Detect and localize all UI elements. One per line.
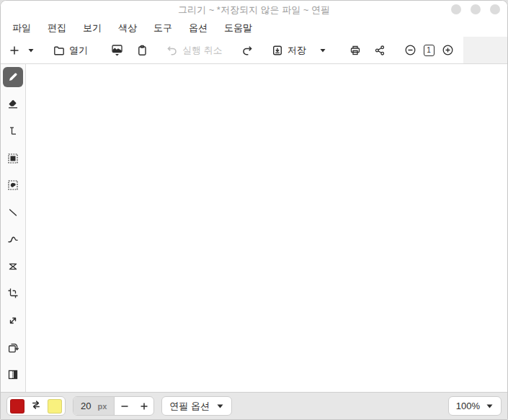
- chevron-down-icon: [486, 402, 494, 410]
- rotate-icon: [7, 342, 19, 354]
- share-icon: [374, 45, 386, 56]
- tool-rect-select[interactable]: [3, 148, 23, 169]
- chevron-down-icon: [319, 47, 326, 54]
- share-button[interactable]: [370, 40, 389, 61]
- print-button[interactable]: [346, 40, 365, 61]
- tool-eraser[interactable]: [3, 94, 23, 115]
- menu-options[interactable]: 옵션: [183, 20, 213, 36]
- tool-rotate[interactable]: [3, 338, 23, 358]
- free-select-icon: [7, 179, 19, 191]
- window-button-3[interactable]: [490, 4, 500, 14]
- tool-options-dropdown[interactable]: 연필 옵션: [161, 396, 232, 416]
- undo-icon: [166, 45, 178, 56]
- tool-insert-text[interactable]: [3, 121, 23, 141]
- zoom-value: 100%: [456, 401, 480, 411]
- drawing-app-window: 그리기 ~ *저장되지 않은 파일 ~ 연필 파일 편집 보기 색상 도구 옵션…: [0, 0, 508, 420]
- undo-label: 실행 취소: [182, 44, 223, 57]
- folder-icon: [53, 45, 65, 56]
- color-chooser: [6, 396, 66, 416]
- tools-sidebar: [1, 64, 26, 392]
- save-icon: [272, 45, 283, 56]
- menu-help[interactable]: 도움말: [218, 20, 258, 36]
- toolbar-filler: [463, 37, 507, 63]
- menu-tools[interactable]: 도구: [148, 20, 178, 36]
- save-dropdown[interactable]: [316, 40, 330, 61]
- main-color-swatch[interactable]: [10, 399, 24, 414]
- new-image-button[interactable]: [5, 40, 24, 61]
- tool-line[interactable]: [3, 202, 23, 223]
- open-label: 열기: [69, 44, 88, 57]
- zoom-out-button[interactable]: [401, 40, 420, 61]
- swap-colors-button[interactable]: [30, 399, 43, 414]
- menubar: 파일 편집 보기 색상 도구 옵션 도움말: [1, 19, 507, 37]
- titlebar: 그리기 ~ *저장되지 않은 파일 ~ 연필: [1, 1, 507, 19]
- insert-image-icon: [111, 44, 123, 56]
- minus-circle-icon: [404, 44, 416, 56]
- redo-button[interactable]: [238, 40, 257, 61]
- tool-curve[interactable]: [3, 229, 23, 249]
- chevron-down-icon: [27, 47, 35, 54]
- filters-icon: [7, 369, 19, 380]
- tool-scale[interactable]: [3, 310, 23, 331]
- tool-size-entry[interactable]: 20 px: [73, 397, 115, 415]
- menu-edit[interactable]: 편집: [42, 20, 72, 36]
- menu-view[interactable]: 보기: [77, 20, 107, 36]
- line-icon: [7, 207, 19, 218]
- toolbar: 열기 실행 취소 저장: [1, 37, 507, 64]
- tool-options-label: 연필 옵션: [169, 400, 210, 413]
- menu-colors[interactable]: 색상: [112, 20, 143, 36]
- printer-icon: [349, 45, 361, 56]
- window-button-2[interactable]: [471, 4, 481, 14]
- tool-crop[interactable]: [3, 284, 23, 304]
- tool-pencil[interactable]: [3, 67, 23, 87]
- clipboard-icon: [136, 45, 148, 56]
- paste-button[interactable]: [133, 40, 151, 61]
- window-controls: [451, 4, 500, 14]
- drawing-canvas[interactable]: [26, 64, 507, 392]
- menu-file[interactable]: 파일: [6, 20, 37, 36]
- tool-size-unit: px: [97, 402, 107, 411]
- shape-icon: [7, 261, 19, 272]
- plus-icon: [9, 45, 20, 56]
- insert-text-icon: [7, 125, 19, 137]
- secondary-color-swatch[interactable]: [48, 399, 62, 414]
- chevron-down-icon: [216, 402, 224, 410]
- eraser-icon: [7, 98, 19, 110]
- save-button[interactable]: 저장: [268, 40, 310, 61]
- plus-circle-icon: [442, 44, 454, 56]
- statusbar: 20 px 연필 옵션 100%: [1, 392, 507, 419]
- tool-filters[interactable]: [3, 365, 23, 385]
- window-button-1[interactable]: [451, 4, 461, 14]
- new-image-dropdown[interactable]: [24, 40, 38, 61]
- save-label: 저장: [288, 44, 306, 57]
- tool-shape[interactable]: [3, 256, 23, 277]
- zoom-100-icon: 1: [424, 45, 435, 56]
- scale-icon: [7, 315, 19, 326]
- zoom-in-button[interactable]: [438, 40, 458, 61]
- curve-icon: [7, 233, 19, 245]
- pencil-icon: [7, 71, 19, 83]
- redo-icon: [241, 45, 253, 56]
- undo-button[interactable]: 실행 취소: [163, 40, 226, 61]
- tool-size-value: 20: [81, 401, 91, 411]
- zoom-100-button[interactable]: 1: [420, 40, 438, 61]
- size-increase-button[interactable]: [134, 397, 153, 415]
- rect-select-icon: [7, 153, 19, 164]
- insert-image-button[interactable]: [107, 40, 127, 61]
- crop-icon: [7, 287, 19, 299]
- open-button[interactable]: 열기: [50, 40, 92, 61]
- window-title: 그리기 ~ *저장되지 않은 파일 ~ 연필: [1, 4, 507, 17]
- zoom-dropdown[interactable]: 100%: [448, 396, 502, 416]
- tool-size-control: 20 px: [73, 396, 154, 416]
- tool-free-select[interactable]: [3, 175, 23, 195]
- size-decrease-button[interactable]: [115, 397, 134, 415]
